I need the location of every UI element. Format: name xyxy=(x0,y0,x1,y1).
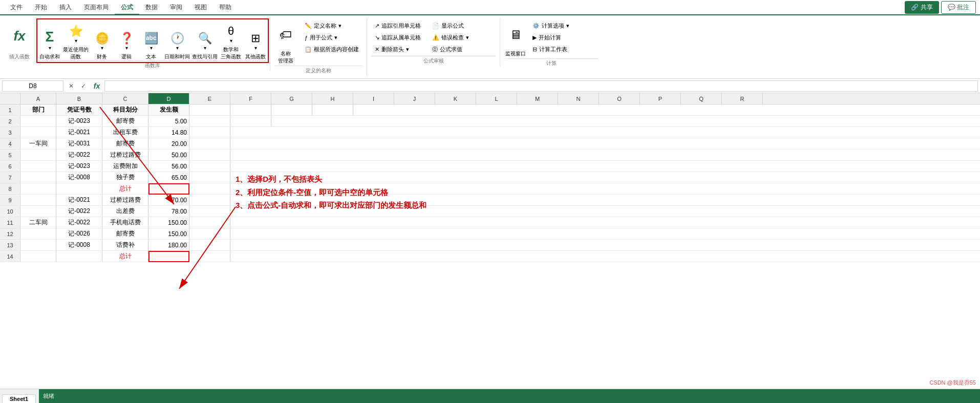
cell-B14[interactable] xyxy=(56,251,102,262)
sheet-tab-1[interactable]: Sheet1 xyxy=(2,394,36,403)
row-num-8[interactable]: 8 xyxy=(0,183,20,195)
cell-E11[interactable] xyxy=(189,217,230,228)
cell-D4[interactable]: 20.00 xyxy=(148,138,189,150)
cell-A3[interactable] xyxy=(20,127,56,138)
remove-arrows-button[interactable]: ✕ 删除箭头 ▾ xyxy=(371,44,424,55)
cell-E5[interactable] xyxy=(189,150,230,161)
cell-E4[interactable] xyxy=(189,138,230,150)
cell-C2[interactable]: 邮寄费 xyxy=(102,116,148,127)
row-num-14[interactable]: 14 xyxy=(0,251,20,262)
cell-C8-subtotal[interactable]: 总计 xyxy=(102,183,148,195)
row-num-7[interactable]: 7 xyxy=(0,172,20,183)
col-header-O[interactable]: O xyxy=(599,93,640,104)
cell-E9[interactable] xyxy=(189,195,230,206)
cell-D13[interactable]: 180.00 xyxy=(148,240,189,251)
cell-E3[interactable] xyxy=(189,127,230,138)
col-header-A[interactable]: A xyxy=(20,93,56,104)
confirm-button[interactable]: ✓ xyxy=(78,80,89,92)
cell-A12[interactable] xyxy=(20,228,56,240)
col-header-E[interactable]: E xyxy=(189,93,230,104)
cell-C7[interactable]: 独子费 xyxy=(102,172,148,183)
col-header-R[interactable]: R xyxy=(722,93,763,104)
cell-D1[interactable]: 发生额 xyxy=(148,104,189,116)
cell-C3[interactable]: 出租车费 xyxy=(102,127,148,138)
cell-A8[interactable] xyxy=(20,183,56,195)
cell-D2[interactable]: 5.00 xyxy=(148,116,189,127)
logic-button[interactable]: ❓ ▾ xyxy=(115,27,138,53)
watch-window-button[interactable]: 🖥 xyxy=(504,19,527,50)
col-header-F[interactable]: F xyxy=(230,93,271,104)
cell-D8-selected[interactable] xyxy=(148,183,189,195)
cancel-button[interactable]: ✕ xyxy=(66,80,77,92)
row-num-2[interactable]: 2 xyxy=(0,116,20,127)
cell-H1[interactable] xyxy=(312,104,353,116)
cell-B5[interactable]: 记-0022 xyxy=(56,150,102,161)
cell-D14-subtotal[interactable] xyxy=(148,251,189,262)
cell-B2[interactable]: 记-0023 xyxy=(56,116,102,127)
other-fn-button[interactable]: ⊞ ▾ xyxy=(244,27,267,53)
cell-A6[interactable] xyxy=(20,161,56,172)
tab-file[interactable]: 文件 xyxy=(4,1,29,15)
cell-A4[interactable]: 一车间 xyxy=(20,138,56,150)
tab-insert[interactable]: 插入 xyxy=(53,1,78,15)
cell-E1[interactable] xyxy=(189,104,230,116)
cell-A1[interactable]: 部门 xyxy=(20,104,56,116)
cell-C12[interactable]: 邮寄费 xyxy=(102,228,148,240)
col-header-H[interactable]: H xyxy=(312,93,353,104)
define-name-button[interactable]: ✏️ 定义名称 ▾ xyxy=(301,20,363,31)
cell-E6[interactable] xyxy=(189,161,230,172)
trace-precedents-button[interactable]: ↗ 追踪引用单元格 xyxy=(371,20,424,31)
cell-B1[interactable]: 凭证号数 xyxy=(56,104,102,116)
cell-A14[interactable] xyxy=(20,251,56,262)
tab-data[interactable]: 数据 xyxy=(139,1,164,15)
cell-C1[interactable]: 科目划分 xyxy=(102,104,148,116)
col-header-J[interactable]: J xyxy=(394,93,435,104)
cell-E10[interactable] xyxy=(189,206,230,217)
finance-button[interactable]: 🪙 ▾ xyxy=(91,27,113,53)
col-header-L[interactable]: L xyxy=(476,93,517,104)
tab-view[interactable]: 视图 xyxy=(188,1,213,15)
cell-A9[interactable] xyxy=(20,195,56,206)
cell-D3[interactable]: 14.80 xyxy=(148,127,189,138)
cell-E8[interactable] xyxy=(189,183,230,195)
cell-E14[interactable] xyxy=(189,251,230,262)
cell-D9[interactable]: 70.00 xyxy=(148,195,189,206)
cell-A11[interactable]: 二车间 xyxy=(20,217,56,228)
row-num-5[interactable]: 5 xyxy=(0,150,20,161)
col-header-K[interactable]: K xyxy=(435,93,476,104)
cell-A7[interactable] xyxy=(20,172,56,183)
row-num-13[interactable]: 13 xyxy=(0,240,20,251)
cell-E7[interactable] xyxy=(189,172,230,183)
cell-G1[interactable] xyxy=(271,104,312,116)
col-header-N[interactable]: N xyxy=(558,93,599,104)
cell-C14-subtotal[interactable]: 总计 xyxy=(102,251,148,262)
create-from-selection-button[interactable]: 📋 根据所选内容创建 xyxy=(301,44,363,55)
formula-input[interactable] xyxy=(104,80,978,92)
cell-D12[interactable]: 150.00 xyxy=(148,228,189,240)
cell-D7[interactable]: 65.00 xyxy=(148,172,189,183)
cell-D6[interactable]: 56.00 xyxy=(148,161,189,172)
text-button[interactable]: 🔤 ▾ xyxy=(140,27,162,53)
row-num-11[interactable]: 11 xyxy=(0,217,20,228)
col-header-P[interactable]: P xyxy=(640,93,681,104)
cell-E12[interactable] xyxy=(189,228,230,240)
col-header-C[interactable]: C xyxy=(102,93,148,104)
cell-E13[interactable] xyxy=(189,240,230,251)
col-header-G[interactable]: G xyxy=(271,93,312,104)
cell-B8[interactable] xyxy=(56,183,102,195)
autosum-button[interactable]: Σ ▾ xyxy=(38,27,61,53)
cell-C10[interactable]: 出差费 xyxy=(102,206,148,217)
cell-C9[interactable]: 过桥过路费 xyxy=(102,195,148,206)
col-header-Q[interactable]: Q xyxy=(681,93,722,104)
cell-B7[interactable]: 记-0008 xyxy=(56,172,102,183)
calc-sheet-button[interactable]: ⊟ 计算工作表 xyxy=(529,44,573,55)
col-header-D[interactable]: D xyxy=(148,93,189,104)
comment-button[interactable]: 💬 批注 xyxy=(941,1,976,14)
cell-B12[interactable]: 记-0026 xyxy=(56,228,102,240)
tab-pagelayout[interactable]: 页面布局 xyxy=(78,1,115,15)
cell-B13[interactable]: 记-0008 xyxy=(56,240,102,251)
col-header-M[interactable]: M xyxy=(517,93,558,104)
cell-D11[interactable]: 150.00 xyxy=(148,217,189,228)
cell-C13[interactable]: 话费补 xyxy=(102,240,148,251)
calc-options-button[interactable]: ⚙️ 计算选项 ▾ xyxy=(529,20,573,31)
